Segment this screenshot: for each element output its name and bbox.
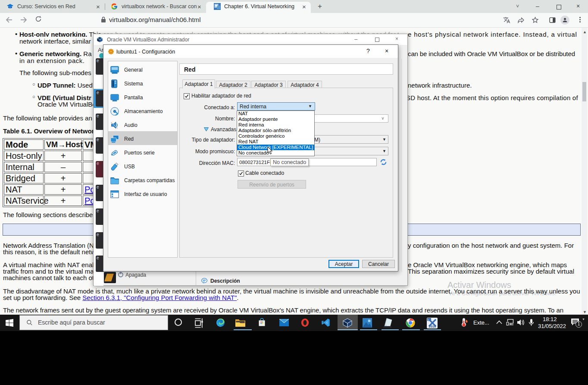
svg-text:2016: 2016 [429,325,436,328]
